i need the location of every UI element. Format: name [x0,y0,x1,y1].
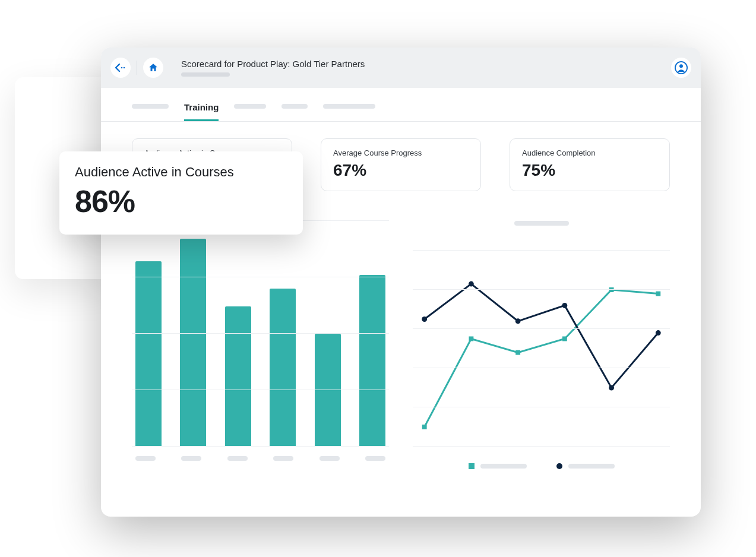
title-block: Scorecard for Product Play: Gold Tier Pa… [181,59,365,77]
gridline [413,368,670,368]
data-point [515,350,520,355]
tab-placeholder[interactable] [281,104,308,109]
x-label-placeholder [135,456,156,461]
line-chart [413,251,670,447]
data-point [609,385,614,391]
x-label-placeholder [365,456,385,461]
gridline [132,277,389,277]
data-point [562,337,567,341]
tab-placeholder[interactable] [323,104,375,109]
gridline [132,446,389,447]
home-button[interactable] [143,58,163,78]
line-series [425,284,659,388]
legend-label-placeholder [480,464,527,469]
subtitle-placeholder [181,72,230,77]
line-chart-panel [413,221,670,469]
x-label-placeholder [320,456,340,461]
line-chart-legend [413,463,670,469]
x-label-placeholder [181,456,201,461]
data-point [656,330,661,336]
bar [135,261,162,447]
topbar: Scorecard for Product Play: Gold Tier Pa… [101,48,701,88]
legend-item [469,463,527,469]
back-button[interactable] [110,58,131,78]
bar [180,239,206,447]
data-point [609,287,614,292]
legend-item [556,463,615,469]
x-label-placeholder [273,456,293,461]
bar-chart [132,221,389,447]
bar-chart-panel [132,221,389,469]
tab-training[interactable]: Training [184,102,219,121]
highlight-stat-value: 86% [75,183,287,219]
gridline [413,407,670,407]
dashboard-window: Scorecard for Product Play: Gold Tier Pa… [101,48,701,517]
legend-label-placeholder [568,464,615,469]
gridline [413,250,670,251]
page-title: Scorecard for Product Play: Gold Tier Pa… [181,59,365,69]
data-point [469,281,474,287]
data-point [562,303,567,308]
svg-point-0 [121,67,123,69]
stat-label: Average Course Progress [333,148,469,157]
highlight-stat-card: Audience Active in Courses 86% [59,151,303,235]
stat-value: 67% [333,161,469,180]
user-circle-icon [675,61,688,74]
data-point [422,425,427,429]
bar [359,275,385,447]
data-point [469,337,473,341]
tab-bar: Training [101,88,701,122]
chart-title-placeholder [514,221,569,226]
stat-card-completion: Audience Completion 75% [510,138,670,191]
data-point [422,317,427,322]
gridline [413,328,670,329]
bar [225,306,251,447]
bar [270,289,296,447]
data-point [515,318,521,324]
bar [315,334,341,447]
back-arrow-icon [115,64,126,72]
home-icon [148,62,159,73]
tab-placeholder[interactable] [132,104,169,109]
legend-marker-circle-icon [556,463,562,469]
gridline [132,390,389,390]
gridline [413,289,670,290]
stat-card-avg-progress: Average Course Progress 67% [321,138,481,191]
profile-button[interactable] [671,58,691,78]
gridline [413,446,670,447]
legend-marker-square-icon [469,463,475,469]
toolbar-divider [137,61,137,75]
svg-point-1 [124,67,125,69]
gridline [132,333,389,334]
tab-placeholder[interactable] [234,104,266,109]
stat-value: 75% [522,161,657,180]
stat-label: Audience Completion [522,148,657,157]
x-label-placeholder [227,456,248,461]
charts-row [101,191,701,487]
svg-point-3 [679,64,683,68]
highlight-stat-label: Audience Active in Courses [75,164,287,180]
bar-x-labels [132,447,389,461]
data-point [656,292,660,296]
